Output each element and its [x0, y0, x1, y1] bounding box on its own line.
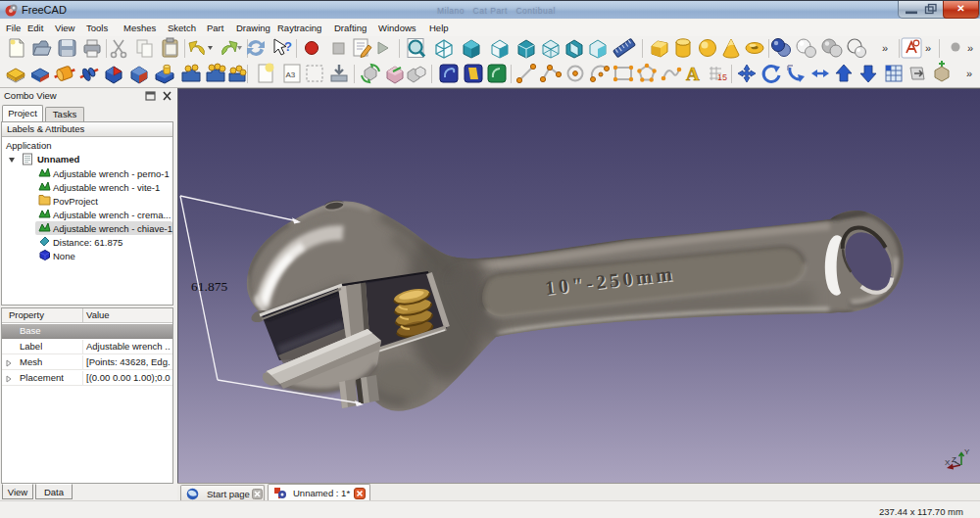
svg-text:X: X	[945, 458, 951, 467]
svg-text:61.875: 61.875	[191, 279, 227, 294]
svg-text:A3: A3	[286, 71, 296, 79]
svg-text:»: »	[882, 42, 888, 54]
svg-text:Y: Y	[964, 447, 970, 456]
svg-text:»: »	[925, 42, 931, 54]
svg-text:A: A	[686, 64, 700, 84]
svg-text:?: ?	[284, 39, 292, 54]
svg-text:»: »	[966, 68, 972, 79]
svg-text:»: »	[967, 42, 973, 54]
svg-text:Z: Z	[952, 455, 956, 464]
svg-text:15: 15	[717, 72, 727, 82]
